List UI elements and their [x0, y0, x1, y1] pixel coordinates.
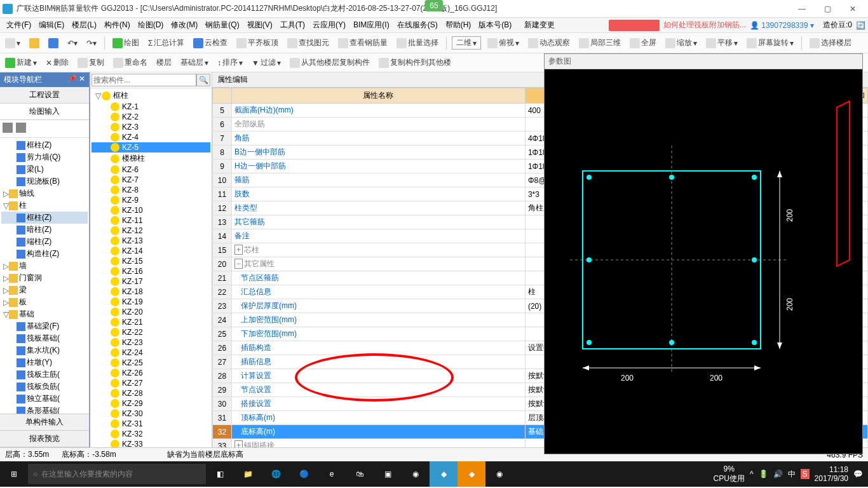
copyfrom-button[interactable]: 从其他楼层复制构件: [287, 56, 372, 69]
component-item[interactable]: KZ-20: [92, 307, 210, 317]
taskbar-app-4[interactable]: e: [318, 461, 346, 487]
menu-tool[interactable]: 工具(T): [276, 20, 309, 30]
component-item[interactable]: KZ-5: [92, 142, 210, 152]
nav-item[interactable]: ▷墙: [1, 260, 88, 272]
menu-cloud[interactable]: 云应用(Y): [309, 20, 349, 30]
tray-cpu[interactable]: 9%CPU使用: [714, 464, 745, 484]
taskbar-app-2[interactable]: 🌐: [262, 461, 290, 487]
close-button[interactable]: ✕: [840, 4, 865, 13]
nav-item[interactable]: 暗柱(Z): [1, 224, 88, 236]
tray-notifications-icon[interactable]: 💬: [853, 470, 863, 478]
component-item[interactable]: KZ-1: [92, 102, 210, 112]
maximize-button[interactable]: ▢: [815, 4, 840, 13]
component-item[interactable]: KZ-8: [92, 185, 210, 195]
component-item[interactable]: KZ-10: [92, 205, 210, 215]
menu-edit[interactable]: 编辑(E): [35, 20, 68, 30]
menu-modify[interactable]: 修改(M): [167, 20, 201, 30]
cloud-check-button[interactable]: 云检查: [191, 36, 230, 50]
look-button[interactable]: 俯视▾: [485, 36, 522, 50]
nav-item[interactable]: 集水坑(K): [1, 344, 88, 356]
nav-item[interactable]: 框柱(Z): [1, 139, 88, 151]
menu-view[interactable]: 视图(V): [243, 20, 276, 30]
zoom-button[interactable]: 缩放▾: [663, 36, 700, 50]
component-item[interactable]: KZ-12: [92, 226, 210, 236]
component-item[interactable]: KZ-29: [92, 398, 210, 409]
nav-item[interactable]: 独立基础(: [1, 393, 88, 405]
align-button[interactable]: 平齐板顶: [234, 36, 281, 50]
component-tree[interactable]: ▽框柱KZ-1KZ-2KZ-3KZ-4KZ-5楼梯柱KZ-6KZ-7KZ-8KZ…: [90, 88, 212, 447]
component-item[interactable]: KZ-13: [92, 236, 210, 246]
delete-comp-button[interactable]: ✕ 删除: [43, 56, 71, 69]
component-item[interactable]: KZ-21: [92, 317, 210, 327]
nav-item[interactable]: 基础梁(F): [1, 320, 88, 332]
save-button[interactable]: [46, 37, 61, 50]
view-rebar-button[interactable]: 查看钢筋量: [336, 36, 390, 50]
menu-rebar[interactable]: 钢筋量(Q): [201, 20, 243, 30]
nav-tool-1[interactable]: [3, 123, 13, 133]
nav-tree[interactable]: 框柱(Z)剪力墙(Q)梁(L)现浇板(B)▷轴线▽柱框柱(Z)暗柱(Z)端柱(Z…: [0, 138, 89, 414]
nav-item[interactable]: 柱墩(Y): [1, 356, 88, 369]
nav-item[interactable]: 梁(L): [1, 163, 88, 175]
local3d-button[interactable]: 局部三维: [576, 36, 623, 50]
menu-newchange[interactable]: 新建变更: [520, 20, 559, 30]
menu-file[interactable]: 文件(F): [3, 20, 35, 30]
menu-component[interactable]: 构件(N): [100, 20, 134, 30]
user-id[interactable]: 👤 13907298339 ▾: [750, 21, 814, 30]
draw-button[interactable]: 绘图: [110, 36, 142, 50]
menu-online[interactable]: 在线服务(S): [393, 20, 442, 30]
coin-balance[interactable]: 造价豆:0: [823, 20, 852, 30]
pan-button[interactable]: 平移▾: [703, 36, 740, 50]
taskbar-app-9[interactable]: ◆: [458, 461, 485, 487]
new-file-button[interactable]: ▾: [3, 37, 23, 50]
rotate-button[interactable]: 屏幕旋转▾: [744, 36, 796, 50]
tray-up-icon[interactable]: ^: [750, 470, 754, 478]
component-item[interactable]: KZ-25: [92, 358, 210, 368]
component-item[interactable]: KZ-3: [92, 122, 210, 132]
undo-button[interactable]: ↶▾: [65, 37, 80, 49]
component-item[interactable]: KZ-23: [92, 337, 210, 348]
ime-indicator[interactable]: [609, 20, 660, 31]
nav-item[interactable]: ▽基础: [1, 308, 88, 320]
component-item[interactable]: KZ-15: [92, 256, 210, 266]
component-item[interactable]: KZ-9: [92, 195, 210, 205]
sum-button[interactable]: Σ 汇总计算: [146, 36, 187, 50]
nav-item[interactable]: 框柱(Z): [1, 212, 88, 224]
copyto-button[interactable]: 复制构件到其他楼: [376, 56, 454, 69]
component-item[interactable]: KZ-6: [92, 165, 210, 175]
taskbar-app-10[interactable]: ◉: [485, 461, 513, 487]
nav-item[interactable]: ▷板: [1, 296, 88, 308]
taskbar-app-1[interactable]: 📁: [234, 461, 262, 487]
nav-item[interactable]: 筏板基础(: [1, 332, 88, 344]
taskbar-search[interactable]: ○ 在这里输入你要搜索的内容: [28, 464, 206, 484]
nav-item[interactable]: 构造柱(Z): [1, 248, 88, 260]
sort-button[interactable]: ↕ 排序▾: [215, 56, 245, 69]
tray-volume-icon[interactable]: 🔊: [773, 470, 783, 478]
component-item[interactable]: KZ-2: [92, 112, 210, 122]
component-item[interactable]: KZ-27: [92, 378, 210, 388]
nav-item[interactable]: 筏板主筋(: [1, 369, 88, 381]
rename-button[interactable]: 重命名: [111, 56, 150, 69]
nav-item[interactable]: 筏板负筋(: [1, 381, 88, 393]
nav-item[interactable]: 端柱(Z): [1, 236, 88, 248]
task-view-icon[interactable]: ◧: [206, 461, 234, 487]
component-item[interactable]: KZ-7: [92, 175, 210, 185]
menu-draw[interactable]: 绘图(D): [134, 20, 168, 30]
component-item[interactable]: KZ-17: [92, 276, 210, 287]
find-button[interactable]: 查找图元: [285, 36, 332, 50]
score-badge[interactable]: 65: [424, 0, 443, 11]
component-item[interactable]: KZ-26: [92, 368, 210, 378]
nav-item[interactable]: ▽柱: [1, 200, 88, 212]
tray-clock[interactable]: 11:182017/9/30: [815, 465, 848, 484]
nav-item[interactable]: ▷梁: [1, 284, 88, 296]
minimize-button[interactable]: —: [789, 4, 815, 13]
tray-battery-icon[interactable]: 🔋: [759, 470, 768, 478]
component-item[interactable]: KZ-24: [92, 348, 210, 358]
component-item[interactable]: KZ-4: [92, 132, 210, 142]
pin-icon[interactable]: 📌 ✕: [67, 74, 85, 85]
menu-help[interactable]: 帮助(H): [442, 20, 475, 30]
component-item[interactable]: KZ-31: [92, 419, 210, 429]
taskbar-app-7[interactable]: ◉: [402, 461, 430, 487]
nav-bottom-single[interactable]: 单构件输入: [0, 414, 89, 431]
batch-select-button[interactable]: 批量选择: [394, 36, 441, 50]
component-item[interactable]: KZ-14: [92, 246, 210, 256]
